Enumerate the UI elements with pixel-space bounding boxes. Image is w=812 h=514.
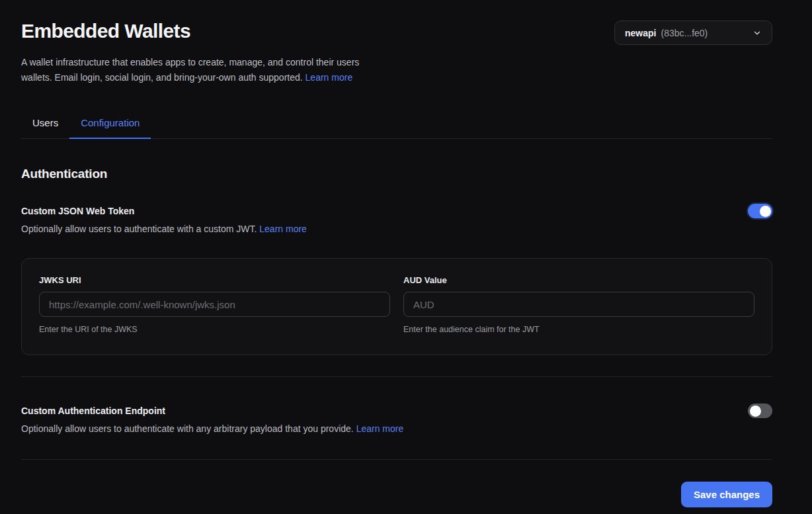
custom-jwt-description: Optionally allow users to authenticate w… (21, 224, 307, 234)
custom-auth-endpoint-text-block: Custom Authentication Endpoint Optionall… (21, 406, 403, 434)
footer-actions: Save changes (21, 482, 772, 507)
custom-jwt-text-block: Custom JSON Web Token Optionally allow u… (21, 206, 307, 234)
toggle-knob (750, 406, 761, 417)
jwks-uri-label: JWKS URI (39, 275, 390, 285)
chevron-down-icon (752, 28, 762, 38)
jwks-uri-input[interactable] (39, 292, 390, 317)
custom-auth-endpoint-description: Optionally allow users to authenticate w… (21, 423, 403, 434)
aud-value-input[interactable] (403, 292, 754, 317)
aud-value-helper: Enter the audience claim for the JWT (403, 325, 754, 334)
jwks-uri-field: JWKS URI Enter the URI of the JWKS (39, 275, 390, 334)
footer-divider (21, 459, 772, 460)
custom-auth-endpoint-toggle[interactable] (748, 404, 772, 418)
app-selector-name: newapi (625, 28, 656, 38)
section-title-authentication: Authentication (21, 167, 772, 181)
tab-bar: Users Configuration (21, 112, 772, 139)
custom-jwt-learn-more-link[interactable]: Learn more (259, 224, 307, 234)
page-header: Embedded Wallets A wallet infrastructure… (21, 20, 772, 85)
custom-jwt-toggle[interactable] (748, 204, 772, 218)
custom-jwt-setting-row: Custom JSON Web Token Optionally allow u… (21, 206, 772, 234)
toggle-knob (760, 206, 771, 217)
jwt-settings-card: JWKS URI Enter the URI of the JWKS AUD V… (21, 258, 772, 355)
custom-auth-endpoint-setting-row: Custom Authentication Endpoint Optionall… (21, 406, 772, 434)
header-text-block: Embedded Wallets A wallet infrastructure… (21, 20, 390, 85)
tab-configuration[interactable]: Configuration (69, 112, 151, 139)
save-button[interactable]: Save changes (681, 482, 772, 507)
aud-value-label: AUD Value (403, 275, 754, 285)
header-learn-more-link[interactable]: Learn more (305, 72, 353, 83)
page-description: A wallet infrastructure that enables app… (21, 55, 390, 85)
jwks-uri-helper: Enter the URI of the JWKS (39, 325, 390, 334)
app-selector-id: (83bc...fe0) (661, 28, 708, 38)
tab-users[interactable]: Users (21, 112, 69, 139)
section-divider (21, 376, 772, 377)
custom-auth-endpoint-learn-more-link[interactable]: Learn more (356, 423, 404, 434)
embedded-wallets-page: Embedded Wallets A wallet infrastructure… (0, 0, 812, 507)
aud-value-field: AUD Value Enter the audience claim for t… (403, 275, 754, 334)
app-selector-dropdown[interactable]: newapi (83bc...fe0) (614, 21, 772, 45)
page-title: Embedded Wallets (21, 20, 390, 42)
custom-auth-endpoint-label: Custom Authentication Endpoint (21, 406, 403, 416)
custom-jwt-label: Custom JSON Web Token (21, 206, 307, 216)
